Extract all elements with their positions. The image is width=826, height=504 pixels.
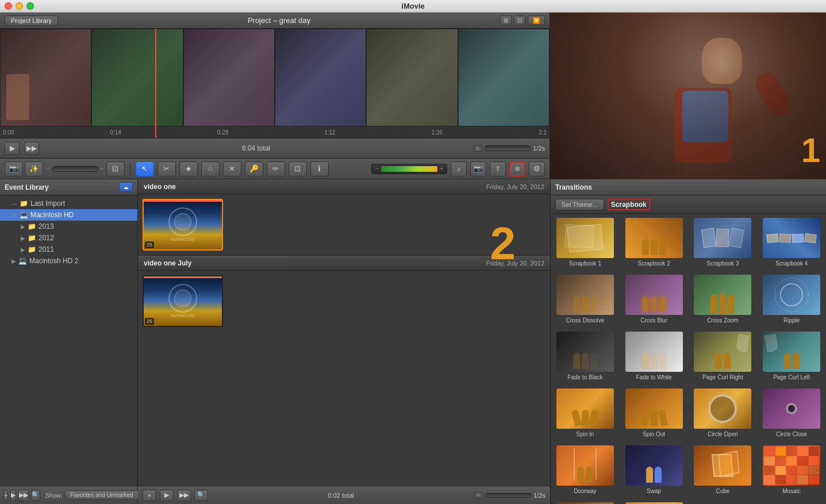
transition-more-2[interactable] — [620, 498, 689, 504]
transitions-icon[interactable]: ⊞ — [509, 161, 525, 176]
photo-icon[interactable]: 📷 — [470, 161, 486, 176]
tree-item-2013[interactable]: ▶ 📁 2013 — [0, 221, 137, 232]
tool-trim[interactable]: ✂ — [157, 161, 176, 176]
transition-spin-in[interactable]: Spin In — [551, 384, 620, 441]
transition-cross-dissolve[interactable]: Cross Dissolve — [551, 271, 620, 328]
transition-fade-to-black[interactable]: Fade to Black — [551, 328, 620, 384]
transition-more-1[interactable] — [551, 498, 620, 504]
transition-scrapbook-4[interactable]: Scrapbook 4 — [757, 214, 826, 271]
cloud-button[interactable]: ☁ — [119, 182, 133, 192]
zoom-slider[interactable] — [52, 166, 98, 172]
transition-scrapbook-1[interactable]: Scrapbook 1 — [551, 214, 620, 271]
text-icon[interactable]: T — [490, 161, 506, 176]
timeline-frame-4[interactable] — [275, 29, 366, 126]
tool-crop[interactable]: ⊡ — [289, 161, 307, 176]
transition-scrapbook-2[interactable]: Scrapbook 2 — [620, 214, 689, 271]
clip-thumb-1[interactable]: PARAMOUNT 25 — [143, 199, 223, 251]
tool-unfavorite[interactable]: ☆ — [201, 161, 220, 176]
tool-select[interactable]: ↖ — [136, 161, 154, 176]
sil-b3 — [659, 296, 666, 312]
tree-label-2012: 2012 — [39, 234, 54, 242]
cube-face — [719, 451, 740, 477]
music-icon[interactable]: ♪ — [451, 161, 467, 176]
zoom-plus[interactable]: + — [101, 166, 104, 172]
tree-item-2011[interactable]: ▶ 📁 2011 — [0, 244, 137, 255]
maximize-button[interactable] — [26, 2, 34, 10]
speed-slider[interactable] — [485, 145, 531, 151]
event-speed-icon: ≡ — [474, 492, 483, 499]
clip-image-2: PARAMOUNT — [144, 276, 222, 326]
transitions-title: Transitions — [555, 183, 592, 191]
transition-page-curl-right[interactable]: Page Curl Right — [689, 328, 758, 384]
minimize-button[interactable] — [16, 2, 23, 10]
tool-fit[interactable]: ⊡ — [106, 161, 125, 176]
play-button[interactable]: ▶ — [5, 142, 20, 155]
app-body: Project Library Project – great day ⊞ ⊡ … — [0, 13, 826, 504]
trans-thumb-page-curl-right — [694, 332, 751, 372]
transition-cross-blur[interactable]: Cross Blur — [620, 271, 689, 328]
transition-cross-zoom[interactable]: Cross Zoom — [689, 271, 758, 328]
transition-mosaic[interactable]: Mosaic — [757, 441, 826, 498]
project-library-button[interactable]: Project Library — [5, 16, 58, 26]
event-content-btn-zoom[interactable]: 🔍 — [194, 490, 208, 501]
tool-camera[interactable]: 📷 — [5, 161, 23, 176]
transition-fade-to-white[interactable]: Fade to White — [620, 328, 689, 384]
transition-doorway[interactable]: Doorway — [551, 441, 620, 498]
event-content-btn-play[interactable]: ▶ — [160, 490, 174, 501]
add-event-button[interactable]: + — [3, 490, 8, 501]
view-btn-1[interactable]: ⊞ — [500, 16, 512, 25]
trans-label-page-curl-right: Page Curl Right — [702, 374, 743, 380]
event-content-btn-1[interactable]: + — [143, 490, 156, 501]
timeline-frame-2[interactable] — [91, 29, 183, 126]
trans-thumb-spin-in — [556, 388, 614, 429]
tree-item-last-import[interactable]: — 📁 Last Import — [0, 198, 137, 209]
transition-page-curl-left[interactable]: Page Curl Left — [757, 328, 826, 384]
tree-item-macintosh-hd2[interactable]: ▶ 💻 Macintosh HD 2 — [0, 255, 137, 267]
sil-fw2 — [651, 353, 658, 369]
transition-ripple[interactable]: Ripple — [757, 271, 826, 328]
view-btn-2[interactable]: ⊡ — [514, 16, 525, 25]
circle-close-effect — [786, 403, 797, 414]
clip-top-bar-2 — [144, 276, 222, 278]
transition-spin-out[interactable]: Spin Out — [620, 384, 689, 441]
timeline-frame-6[interactable] — [458, 29, 550, 126]
tree-label-2013: 2013 — [39, 222, 54, 230]
timeline-frame-1[interactable] — [0, 29, 91, 126]
tree-item-macintosh-hd[interactable]: ▼ 💻 Macintosh HD — [0, 209, 137, 221]
sil-si2 — [582, 410, 589, 426]
clip-thumb-2[interactable]: PARAMOUNT 25 — [143, 275, 223, 327]
trans-thumb-ripple — [763, 275, 820, 315]
transition-cube[interactable]: Cube — [689, 441, 758, 498]
play-full-button[interactable]: ▶▶ — [24, 142, 39, 155]
annotation-number-2: 2 — [490, 217, 516, 270]
tool-magic[interactable]: ✨ — [25, 161, 43, 176]
tool-favorite[interactable]: ★ — [179, 161, 198, 176]
timeline-frame-3[interactable] — [183, 29, 275, 126]
event-library-header: Event Library ☁ — [0, 179, 137, 195]
tree-item-2012[interactable]: ▶ 📁 2012 — [0, 232, 137, 244]
trans-label-fade-black: Fade to Black — [567, 374, 602, 380]
zoom-event-button[interactable]: 🔍 — [31, 490, 40, 501]
play-event-button2[interactable]: ▶▶ — [18, 490, 29, 501]
event-content-btn-play2[interactable]: ▶▶ — [177, 490, 191, 501]
transition-swap[interactable]: Swap — [620, 441, 689, 498]
close-button[interactable] — [5, 2, 12, 10]
transition-scrapbook-3[interactable]: Scrapbook 3 — [689, 214, 758, 271]
event-speed-slider[interactable] — [485, 493, 531, 498]
show-select[interactable]: Favorites and Unmarked — [65, 490, 145, 500]
clip-image-1: PARAMOUNT — [144, 200, 222, 249]
silhouette-scrapbook-2 — [625, 239, 683, 255]
timeline-frame-5[interactable] — [366, 29, 458, 126]
play-event-button[interactable]: ▶ — [10, 490, 16, 501]
tool-reject[interactable]: ✕ — [223, 161, 241, 176]
zoom-control: − + ⊡ — [47, 161, 125, 176]
view-toggle[interactable]: 🔽 — [528, 16, 545, 25]
tool-keyword[interactable]: 🔑 — [245, 161, 263, 176]
transition-circle-close[interactable]: Circle Close — [757, 384, 826, 441]
set-theme-button[interactable]: Set Theme... — [555, 199, 604, 210]
tool-eyedropper[interactable]: ✏ — [267, 161, 285, 176]
tool-info[interactable]: ℹ — [310, 161, 329, 176]
zoom-minus[interactable]: − — [47, 166, 50, 172]
transition-circle-open[interactable]: Circle Open — [689, 384, 758, 441]
settings-icon[interactable]: ⚙ — [529, 161, 545, 176]
